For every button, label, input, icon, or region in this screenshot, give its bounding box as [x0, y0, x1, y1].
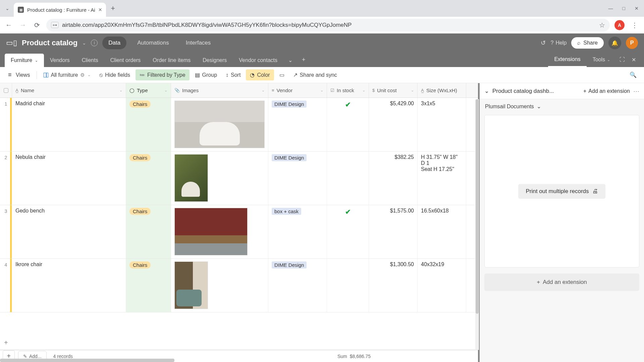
help-button[interactable]: ?Help [550, 40, 567, 46]
cell-vendor[interactable]: DIME Design [268, 98, 327, 151]
tab-search-dropdown[interactable]: ⌄ [3, 4, 12, 13]
table-tab-more-icon[interactable]: ⌄ [283, 53, 297, 67]
table-tab-vendor-contacts[interactable]: Vendor contacts [233, 54, 283, 67]
user-avatar[interactable]: P [626, 37, 638, 49]
window-maximize-icon[interactable]: □ [623, 6, 625, 11]
cell-in-stock[interactable]: ✔ [327, 98, 369, 151]
chrome-menu-icon[interactable]: ⋮ [629, 21, 640, 29]
row-height-button[interactable]: ▭ [276, 69, 288, 80]
column-header-size[interactable]: A̲Size (WxLxH) [418, 83, 466, 98]
cell-in-stock[interactable]: ✔ [327, 205, 369, 258]
more-options-icon[interactable]: ⋯ [633, 87, 639, 95]
cell-type[interactable]: Chairs [126, 152, 171, 205]
cell-unit-cost[interactable]: $1,300.50 [369, 259, 418, 312]
table-tab-client-orders[interactable]: Client orders [104, 54, 147, 67]
nav-data[interactable]: Data [102, 37, 126, 49]
nav-back-icon[interactable]: ← [4, 20, 13, 30]
table-tab-furniture[interactable]: Furniture⌄ [5, 54, 44, 67]
table-tab-order-line-items[interactable]: Order line items [147, 54, 197, 67]
filter-button[interactable]: ≔Filtered by Type [136, 69, 190, 80]
add-table-button[interactable]: + [297, 53, 310, 67]
tools-tab[interactable]: Tools⌄ [587, 53, 616, 66]
nav-forward-icon[interactable]: → [18, 20, 28, 30]
chevron-down-icon[interactable]: ⌄ [362, 88, 365, 93]
table-tab-designers[interactable]: Designers [197, 54, 233, 67]
base-title[interactable]: Product catalog [22, 39, 77, 47]
cell-images[interactable] [171, 98, 268, 151]
nav-reload-icon[interactable]: ⟳ [32, 20, 42, 30]
horizontal-scrollbar[interactable] [0, 359, 174, 362]
table-tab-clients[interactable]: Clients [76, 54, 104, 67]
cell-unit-cost[interactable]: $1,575.00 [369, 205, 418, 258]
column-header-type[interactable]: ◯Type⌄ [126, 83, 171, 98]
cell-unit-cost[interactable]: $5,429.00 [369, 98, 418, 151]
cell-name[interactable]: Nebula chair [12, 152, 126, 205]
table-row[interactable]: 1Madrid chairChairsDIME Design✔$5,429.00… [0, 98, 478, 152]
cell-vendor[interactable]: box + cask [268, 205, 327, 258]
image-thumbnail[interactable] [174, 261, 208, 309]
bookmark-star-icon[interactable]: ☆ [599, 21, 605, 29]
hide-fields-button[interactable]: ⦸Hide fields [96, 70, 133, 80]
color-button[interactable]: ◔Color [246, 69, 274, 80]
cell-images[interactable] [171, 205, 268, 258]
image-thumbnail[interactable] [174, 154, 208, 202]
site-controls-icon[interactable]: ⊶ [51, 22, 59, 28]
print-records-button[interactable]: Print out multiple records🖨 [518, 184, 605, 199]
chevron-down-icon[interactable]: ⌄ [262, 88, 265, 93]
image-thumbnail[interactable] [174, 208, 248, 255]
info-icon[interactable]: i [91, 40, 98, 46]
cell-vendor[interactable]: DIME Design [268, 152, 327, 205]
cell-type[interactable]: Chairs [126, 205, 171, 258]
cell-name[interactable]: Madrid chair [12, 98, 126, 151]
table-row[interactable]: 3Gedo benchChairsbox + cask✔$1,575.0016.… [0, 205, 478, 259]
add-extension-button[interactable]: +Add an extension [484, 274, 639, 291]
extensions-tab[interactable]: Extensions [548, 53, 586, 67]
column-header-unit-cost[interactable]: $Unit cost⌄ [369, 83, 418, 98]
cell-size[interactable]: 16.5x60x18 [418, 205, 466, 258]
browser-tab[interactable]: ▦ Product catalog : Furniture - Ai × [14, 3, 106, 17]
notifications-button[interactable]: 🔔 [608, 37, 621, 49]
summary-cell[interactable]: Sum$8,686.75 [337, 354, 371, 359]
cell-unit-cost[interactable]: $382.25 [369, 152, 418, 205]
chevron-down-icon[interactable]: ⌄ [320, 88, 323, 93]
cell-images[interactable] [171, 259, 268, 312]
window-minimize-icon[interactable]: — [608, 6, 613, 11]
cell-type[interactable]: Chairs [126, 98, 171, 151]
chevron-down-icon[interactable]: ⌄ [164, 88, 167, 93]
add-extension-link[interactable]: +Add an extension [583, 88, 630, 94]
nav-interfaces[interactable]: Interfaces [180, 37, 217, 49]
cell-size[interactable]: 40x32x19 [418, 259, 466, 312]
cell-type[interactable]: Chairs [126, 259, 171, 312]
select-all-checkbox[interactable] [0, 83, 12, 98]
cell-in-stock[interactable] [327, 259, 369, 312]
cell-vendor[interactable]: DIME Design [268, 259, 327, 312]
image-thumbnail[interactable] [174, 101, 265, 148]
address-bar[interactable]: ⊶ airtable.com/app20XKmHmYfsG7mB/tblNPbd… [46, 19, 610, 32]
column-header-vendor[interactable]: ≡Vendor⌄ [268, 83, 327, 98]
cell-images[interactable] [171, 152, 268, 205]
group-button[interactable]: ▤Group [192, 69, 220, 80]
column-header-name[interactable]: A̲Name⌄ [12, 83, 126, 98]
table-row[interactable]: 2Nebula chairChairsDIME Design$382.25H 3… [0, 152, 478, 205]
table-row[interactable]: 4Ikrore chairChairsDIME Design$1,300.504… [0, 259, 478, 312]
history-icon[interactable]: ↺ [541, 39, 546, 47]
sort-button[interactable]: ↕Sort [222, 70, 244, 80]
view-switcher[interactable]: All furniture⌄ [40, 70, 94, 80]
cell-in-stock[interactable] [327, 152, 369, 205]
new-tab-button[interactable]: + [111, 4, 115, 13]
add-record-button[interactable]: + [0, 336, 478, 350]
collapse-icon[interactable]: ⌄ [484, 87, 489, 95]
vertical-scrollbar[interactable] [475, 99, 479, 350]
chevron-down-icon[interactable]: ⌄ [119, 88, 122, 93]
nav-automations[interactable]: Automations [131, 37, 175, 49]
cell-name[interactable]: Ikrore chair [12, 259, 126, 312]
chrome-profile-avatar[interactable]: A [614, 20, 625, 30]
share-sync-button[interactable]: ↗Share and sync [290, 69, 340, 80]
base-title-caret-icon[interactable]: ⌄ [82, 40, 86, 46]
expand-panel-icon[interactable]: ⛶ [616, 53, 628, 66]
chevron-down-icon[interactable]: ⌄ [411, 88, 414, 93]
cell-size[interactable]: 3x1x5 [418, 98, 466, 151]
cell-name[interactable]: Gedo bench [12, 205, 126, 258]
table-tab-vendors[interactable]: Vendors [44, 54, 76, 67]
close-panel-icon[interactable]: ✕ [628, 53, 639, 67]
